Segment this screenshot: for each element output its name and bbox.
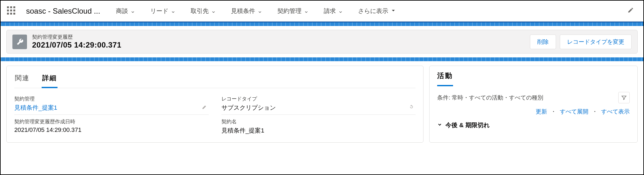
app-launcher-icon[interactable] bbox=[7, 6, 17, 16]
main-columns: 関連 詳細 契約管理 見積条件_提案1 レコードタイプ サブスクリプション 契約… bbox=[1, 61, 643, 143]
field-label: 契約管理変更履歴作成日時 bbox=[14, 119, 209, 125]
edit-nav-icon[interactable] bbox=[627, 7, 634, 15]
nav-label: 商談 bbox=[116, 7, 128, 15]
nav-label: リード bbox=[150, 7, 168, 15]
activity-card: 活動 条件: 常時・すべての活動・すべての種別 更新 ・ すべて展開 ・ すべて… bbox=[429, 66, 638, 143]
field-value: 見積条件_提案1 bbox=[221, 126, 416, 135]
field-created-at: 契約管理変更履歴作成日時 2021/07/05 14:29:00.371 bbox=[14, 117, 209, 137]
activity-title: 活動 bbox=[437, 71, 453, 86]
refresh-link[interactable]: 更新 bbox=[536, 108, 547, 115]
detail-card: 関連 詳細 契約管理 見積条件_提案1 レコードタイプ サブスクリプション 契約… bbox=[6, 66, 424, 143]
field-contract-name: 契約名 見積条件_提案1 bbox=[221, 117, 416, 137]
global-nav: soasc - SalesCloud ... 商談 リード 取引先 見積条件 契… bbox=[1, 1, 643, 22]
pattern-strip-lower bbox=[1, 57, 643, 61]
nav-item-opportunity[interactable]: 商談 bbox=[116, 7, 135, 15]
pattern-strip bbox=[1, 22, 643, 26]
chevron-down-icon bbox=[304, 9, 308, 13]
nav-label: さらに表示 bbox=[358, 7, 388, 15]
field-label: 契約名 bbox=[221, 119, 416, 125]
record-header: 契約管理変更履歴 2021/07/05 14:29:00.371 削除 レコード… bbox=[6, 30, 638, 54]
record-object-label: 契約管理変更履歴 bbox=[32, 34, 525, 41]
app-name: soasc - SalesCloud ... bbox=[26, 7, 100, 16]
chevron-down-icon bbox=[258, 9, 262, 13]
chevron-down-icon bbox=[171, 9, 175, 13]
activity-filter-row: 条件: 常時・すべての活動・すべての種別 bbox=[437, 92, 630, 103]
separator: ・ bbox=[551, 108, 556, 115]
field-value: サブスクリプション bbox=[221, 104, 416, 112]
filter-icon[interactable] bbox=[618, 92, 630, 103]
header-actions: 削除 レコードタイプを変更 bbox=[530, 35, 632, 49]
field-label: 契約管理 bbox=[14, 96, 209, 102]
record-title-block: 契約管理変更履歴 2021/07/05 14:29:00.371 bbox=[32, 34, 525, 49]
change-record-type-button[interactable]: レコードタイプを変更 bbox=[560, 35, 632, 49]
refresh-icon[interactable] bbox=[409, 104, 414, 111]
wrench-icon bbox=[12, 35, 27, 49]
expand-all-link[interactable]: すべて展開 bbox=[560, 108, 588, 115]
pencil-icon[interactable] bbox=[202, 104, 207, 111]
activity-link-row: 更新 ・ すべて展開 ・ すべて表示 bbox=[437, 108, 630, 115]
chevron-down-icon bbox=[437, 122, 442, 129]
caret-down-icon bbox=[391, 8, 396, 15]
nav-label: 請求 bbox=[324, 7, 336, 15]
nav-item-quote-condition[interactable]: 見積条件 bbox=[231, 7, 262, 15]
field-value: 2021/07/05 14:29:00.371 bbox=[14, 126, 209, 133]
nav-label: 取引先 bbox=[191, 7, 209, 15]
delete-button[interactable]: 削除 bbox=[530, 35, 556, 49]
nav-item-account[interactable]: 取引先 bbox=[191, 7, 216, 15]
detail-grid: 契約管理 見積条件_提案1 レコードタイプ サブスクリプション 契約管理変更履歴… bbox=[14, 94, 416, 137]
nav-item-billing[interactable]: 請求 bbox=[324, 7, 343, 15]
field-record-type: レコードタイプ サブスクリプション bbox=[221, 94, 416, 115]
activity-section-label: 今後 & 期限切れ bbox=[445, 121, 489, 129]
field-label: レコードタイプ bbox=[221, 96, 416, 102]
record-title: 2021/07/05 14:29:00.371 bbox=[32, 41, 525, 49]
field-contract-mgmt: 契約管理 見積条件_提案1 bbox=[14, 94, 209, 115]
nav-item-lead[interactable]: リード bbox=[150, 7, 175, 15]
chevron-down-icon bbox=[338, 9, 343, 13]
chevron-down-icon bbox=[211, 9, 216, 13]
nav-item-more[interactable]: さらに表示 bbox=[358, 7, 396, 15]
activity-section-toggle[interactable]: 今後 & 期限切れ bbox=[437, 121, 630, 129]
activity-filter-text: 条件: 常時・すべての活動・すべての種別 bbox=[437, 94, 543, 101]
nav-item-contract-mgmt[interactable]: 契約管理 bbox=[277, 7, 308, 15]
nav-items: 商談 リード 取引先 見積条件 契約管理 請求 さらに表示 bbox=[116, 7, 627, 15]
tab-detail[interactable]: 詳細 bbox=[42, 71, 58, 88]
tabs: 関連 詳細 bbox=[14, 71, 416, 88]
separator: ・ bbox=[592, 108, 598, 115]
nav-label: 契約管理 bbox=[277, 7, 302, 15]
show-all-link[interactable]: すべて表示 bbox=[601, 108, 630, 115]
tab-related[interactable]: 関連 bbox=[14, 71, 30, 88]
chevron-down-icon bbox=[131, 9, 135, 13]
nav-label: 見積条件 bbox=[231, 7, 255, 15]
field-value-link[interactable]: 見積条件_提案1 bbox=[14, 104, 209, 112]
